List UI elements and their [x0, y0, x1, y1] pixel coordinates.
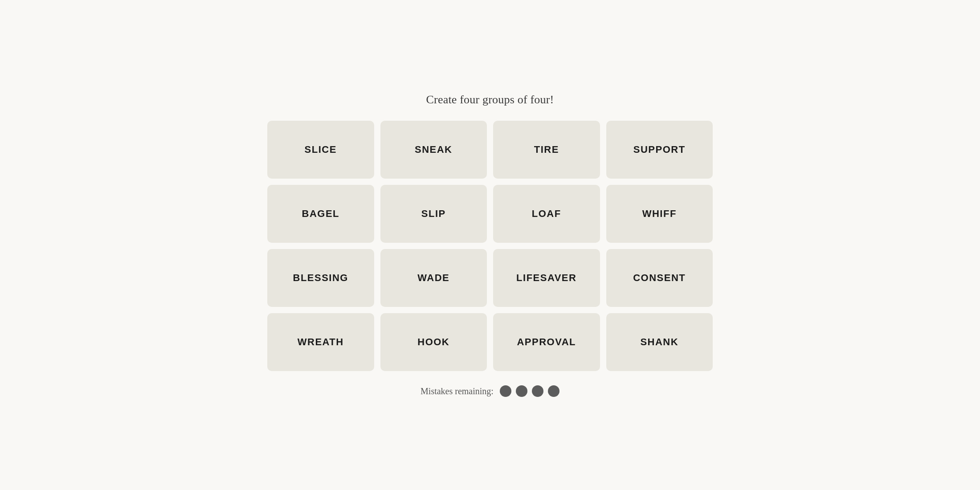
- word-label: LIFESAVER: [516, 272, 576, 284]
- word-card[interactable]: WHIFF: [606, 185, 713, 243]
- word-card[interactable]: APPROVAL: [493, 313, 600, 371]
- game-container: Create four groups of four! SLICESNEAKTI…: [267, 93, 713, 397]
- word-label: SUPPORT: [633, 144, 686, 155]
- word-card[interactable]: SLICE: [267, 121, 374, 179]
- word-grid: SLICESNEAKTIRESUPPORTBAGELSLIPLOAFWHIFFB…: [267, 121, 713, 371]
- mistake-dot: [548, 385, 559, 397]
- word-card[interactable]: CONSENT: [606, 249, 713, 307]
- word-card[interactable]: BLESSING: [267, 249, 374, 307]
- word-label: SNEAK: [415, 144, 453, 155]
- word-label: SLICE: [305, 144, 337, 155]
- word-card[interactable]: SUPPORT: [606, 121, 713, 179]
- word-card[interactable]: BAGEL: [267, 185, 374, 243]
- mistakes-dots: [500, 385, 559, 397]
- mistakes-section: Mistakes remaining:: [421, 385, 559, 397]
- word-card[interactable]: SHANK: [606, 313, 713, 371]
- word-card[interactable]: SLIP: [380, 185, 487, 243]
- word-card[interactable]: WADE: [380, 249, 487, 307]
- word-label: WHIFF: [642, 208, 677, 220]
- word-label: WREATH: [298, 336, 344, 348]
- word-label: APPROVAL: [517, 336, 576, 348]
- word-card[interactable]: HOOK: [380, 313, 487, 371]
- word-label: BLESSING: [293, 272, 348, 284]
- word-card[interactable]: LOAF: [493, 185, 600, 243]
- mistake-dot: [500, 385, 511, 397]
- word-label: SHANK: [640, 336, 678, 348]
- word-label: HOOK: [417, 336, 449, 348]
- game-subtitle: Create four groups of four!: [426, 93, 554, 106]
- word-card[interactable]: WREATH: [267, 313, 374, 371]
- word-label: LOAF: [532, 208, 561, 220]
- mistakes-label: Mistakes remaining:: [421, 386, 494, 396]
- word-label: CONSENT: [633, 272, 686, 284]
- word-card[interactable]: LIFESAVER: [493, 249, 600, 307]
- word-label: TIRE: [534, 144, 559, 155]
- word-card[interactable]: SNEAK: [380, 121, 487, 179]
- mistake-dot: [532, 385, 543, 397]
- word-label: WADE: [417, 272, 449, 284]
- mistake-dot: [516, 385, 527, 397]
- word-label: BAGEL: [302, 208, 340, 220]
- word-card[interactable]: TIRE: [493, 121, 600, 179]
- word-label: SLIP: [421, 208, 446, 220]
